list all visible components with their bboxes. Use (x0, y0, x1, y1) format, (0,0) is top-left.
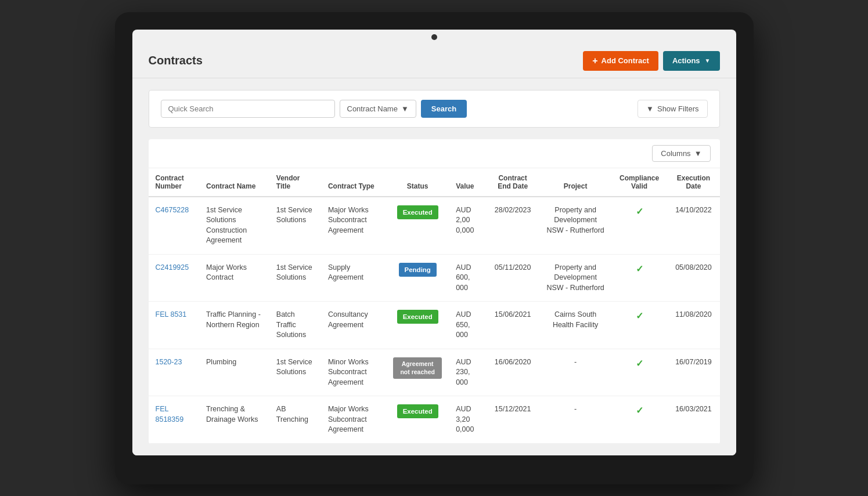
search-dropdown[interactable]: Contract Name ▼ (340, 100, 416, 118)
value-cell: AUD 2,00 0,000 (449, 197, 486, 255)
main-content: Contract Name ▼ Search ▼ Show Filters Co… (132, 78, 736, 455)
project-cell: - (539, 396, 611, 444)
contract-number-link[interactable]: C2419925 (156, 263, 189, 271)
contract-type-cell: Major Works Subcontract Agreement (321, 197, 386, 255)
actions-button[interactable]: Actions ▼ (663, 51, 720, 71)
status-cell: Executed (386, 197, 449, 255)
plus-icon: + (592, 56, 597, 66)
contract-name-cell: Trenching & Drainage Works (199, 396, 269, 444)
top-bar: Contracts + Add Contract Actions ▼ (132, 44, 736, 78)
search-section: Contract Name ▼ Search ▼ Show Filters (149, 90, 720, 128)
status-badge: Executed (397, 404, 438, 418)
table-section: Columns ▼ Contract Number Contract Name … (149, 139, 720, 444)
check-icon: ✓ (636, 311, 643, 321)
status-cell: Pending (386, 254, 449, 302)
th-value: Value (449, 168, 486, 197)
contract-name-cell: Major Works Contract (199, 254, 269, 302)
project-cell: - (539, 349, 611, 396)
vendor-title-cell: Batch Traffic Solutions (269, 302, 321, 349)
table-toolbar: Columns ▼ (149, 139, 720, 168)
contract-end-date-cell: 15/12/2021 (486, 396, 540, 444)
contract-end-date-cell: 15/06/2021 (486, 302, 540, 349)
contract-type-cell: Minor Works Subcontract Agreement (321, 349, 386, 396)
value-cell: AUD 650, 000 (449, 302, 486, 349)
contract-type-cell: Supply Agreement (321, 254, 386, 302)
table-row: C46752281st Service Solutions Constructi… (149, 197, 720, 255)
columns-caret-icon: ▼ (694, 149, 702, 158)
contract-number-link[interactable]: C4675228 (156, 206, 189, 214)
columns-button[interactable]: Columns ▼ (652, 145, 710, 162)
table-row: C2419925Major Works Contract1st Service … (149, 254, 720, 302)
compliance-valid-cell: ✓ (611, 349, 668, 396)
check-icon: ✓ (636, 406, 643, 415)
compliance-valid-cell: ✓ (611, 396, 668, 444)
contract-end-date-cell: 16/06/2020 (486, 349, 540, 396)
check-icon: ✓ (636, 359, 643, 368)
status-cell: Executed (386, 396, 449, 444)
check-icon: ✓ (636, 264, 643, 274)
contract-name-cell: Plumbing (199, 349, 269, 396)
vendor-title-cell: 1st Service Solutions (269, 349, 321, 396)
contract-name-cell: Traffic Planning - Northern Region (199, 302, 269, 349)
th-compliance-valid: Compliance Valid (611, 168, 668, 197)
status-badge: Executed (397, 205, 438, 219)
th-contract-name: Contract Name (199, 168, 269, 197)
execution-date-cell: 16/03/2021 (667, 396, 719, 444)
execution-date-cell: 05/08/2020 (667, 254, 719, 302)
contracts-table: Contract Number Contract Name Vendor Tit… (149, 168, 720, 444)
check-icon: ✓ (636, 207, 643, 216)
value-cell: AUD 600, 000 (449, 254, 486, 302)
th-status: Status (386, 168, 449, 197)
contract-type-cell: Consultancy Agreement (321, 302, 386, 349)
th-contract-number: Contract Number (149, 168, 200, 197)
add-contract-button[interactable]: + Add Contract (583, 51, 658, 71)
th-vendor-title: Vendor Title (269, 168, 321, 197)
status-badge: Pending (399, 263, 437, 277)
table-row: 1520-23Plumbing1st Service SolutionsMino… (149, 349, 720, 396)
project-cell: Property and Development NSW - Rutherfor… (539, 254, 611, 302)
status-badge: Agreement not reached (393, 357, 442, 379)
compliance-valid-cell: ✓ (611, 302, 668, 349)
show-filters-button[interactable]: ▼ Show Filters (638, 100, 707, 118)
table-header-row: Contract Number Contract Name Vendor Tit… (149, 168, 720, 197)
value-cell: AUD 230, 000 (449, 349, 486, 396)
search-input[interactable] (161, 100, 335, 118)
top-actions: + Add Contract Actions ▼ (583, 51, 719, 71)
execution-date-cell: 14/10/2022 (667, 197, 719, 255)
filter-icon: ▼ (646, 104, 654, 113)
compliance-valid-cell: ✓ (611, 254, 668, 302)
vendor-title-cell: AB Trenching (269, 396, 321, 444)
caret-icon: ▼ (705, 57, 711, 64)
table-row: FEL 8531Traffic Planning - Northern Regi… (149, 302, 720, 349)
status-badge: Executed (397, 310, 438, 324)
table-row: FEL 8518359Trenching & Drainage WorksAB … (149, 396, 720, 444)
contract-type-cell: Major Works Subcontract Agreement (321, 396, 386, 444)
contract-end-date-cell: 05/11/2020 (486, 254, 540, 302)
project-cell: Property and Development NSW - Rutherfor… (539, 197, 611, 255)
page-title: Contracts (149, 54, 203, 67)
th-project: Project (539, 168, 611, 197)
th-execution-date: Execution Date (667, 168, 719, 197)
value-cell: AUD 3,20 0,000 (449, 396, 486, 444)
contract-number-link[interactable]: FEL 8531 (156, 310, 187, 318)
status-cell: Executed (386, 302, 449, 349)
compliance-valid-cell: ✓ (611, 197, 668, 255)
dropdown-caret-icon: ▼ (401, 104, 409, 113)
project-cell: Cairns South Health Facility (539, 302, 611, 349)
th-contract-end-date: Contract End Date (486, 168, 540, 197)
contract-number-link[interactable]: FEL 8518359 (156, 405, 184, 423)
contract-end-date-cell: 28/02/2023 (486, 197, 540, 255)
execution-date-cell: 11/08/2020 (667, 302, 719, 349)
status-cell: Agreement not reached (386, 349, 449, 396)
execution-date-cell: 16/07/2019 (667, 349, 719, 396)
th-contract-type: Contract Type (321, 168, 386, 197)
vendor-title-cell: 1st Service Solutions (269, 197, 321, 255)
contract-number-link[interactable]: 1520-23 (156, 358, 182, 366)
search-button[interactable]: Search (421, 100, 467, 118)
contract-name-cell: 1st Service Solutions Construction Agree… (199, 197, 269, 255)
vendor-title-cell: 1st Service Solutions (269, 254, 321, 302)
